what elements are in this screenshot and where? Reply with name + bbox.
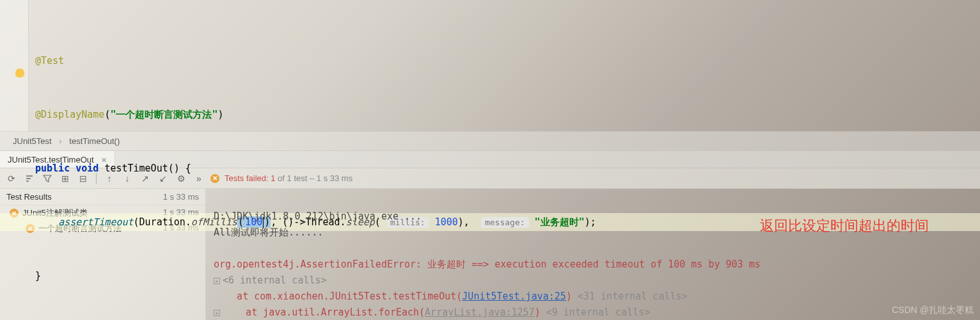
internal-calls-1: <6 internal calls> bbox=[223, 275, 327, 286]
internal-calls-2: <31 internal calls> bbox=[578, 291, 688, 302]
stack-at1-post: ) bbox=[566, 291, 578, 302]
kw-void: void bbox=[75, 163, 99, 174]
watermark: CSDN @扎哇太枣糕 bbox=[892, 305, 974, 316]
intention-bulb-icon[interactable] bbox=[15, 68, 24, 77]
annotation-note: 返回比设定时间超出的时间 bbox=[760, 218, 929, 234]
method-name: testTimeOut bbox=[104, 163, 168, 174]
expand-icon[interactable]: + bbox=[214, 278, 220, 284]
console-output[interactable]: D:\JDK\jdk1.8.0_212\bin\java.exe ... All… bbox=[206, 189, 980, 320]
stack-link-2[interactable]: ArrayList.java:1257 bbox=[425, 307, 535, 318]
annotation-test: @Test bbox=[35, 55, 64, 67]
expand-icon[interactable]: + bbox=[214, 310, 220, 316]
editor-gutter bbox=[0, 0, 29, 131]
kw-public: public bbox=[35, 163, 70, 174]
stack-at1-pre: at com.xiaochen.JUnit5Test.testTimeOut( bbox=[214, 291, 462, 302]
assert-call: assertTimeout bbox=[58, 216, 133, 228]
stack-link-1[interactable]: JUnit5Test.java:25 bbox=[462, 291, 566, 302]
displayname-value: "一个超时断言测试方法" bbox=[110, 109, 217, 120]
console-error: org.opentest4j.AssertionFailedError: 业务超… bbox=[214, 259, 761, 270]
console-line2: All测试即将开始...... bbox=[214, 227, 323, 238]
code-editor[interactable]: @Test @DisplayName("一个超时断言测试方法") public … bbox=[0, 0, 980, 131]
stack-at2-post: ) bbox=[535, 307, 546, 318]
annotation-displayname: @DisplayName bbox=[35, 109, 104, 120]
stack-at2-pre: at java.util.ArrayList.forEach( bbox=[223, 307, 425, 318]
internal-calls-3: <9 internal calls> bbox=[546, 307, 651, 318]
console-line1: D:\JDK\jdk1.8.0_212\bin\java.exe ... bbox=[214, 211, 422, 222]
